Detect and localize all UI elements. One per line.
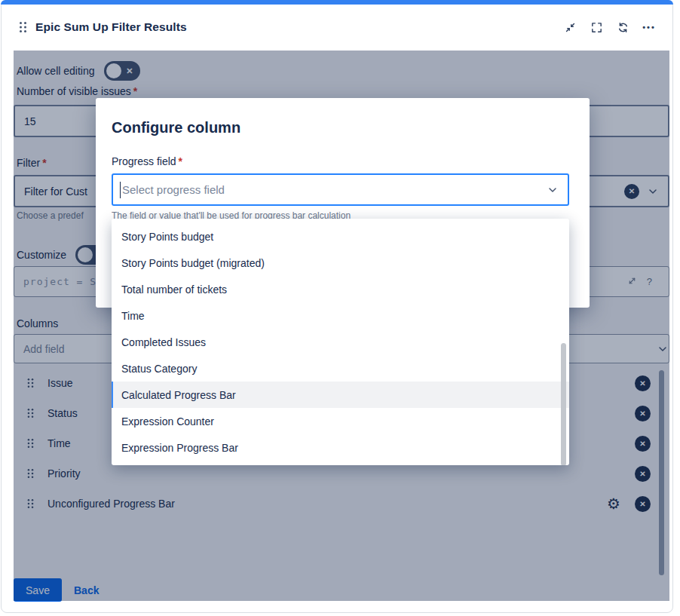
gadget-accent-bar	[1, 0, 673, 5]
dropdown-option[interactable]: Status Category	[112, 355, 569, 382]
gadget-header: Epic Sum Up Filter Results •••	[2, 5, 672, 49]
dropdown-option-focused[interactable]: Calculated Progress Bar	[112, 382, 569, 408]
dropdown-option[interactable]: Completed Issues	[112, 329, 569, 355]
chevron-down-icon[interactable]	[547, 184, 559, 196]
dropdown-option[interactable]: Story Points budget	[112, 223, 569, 250]
more-icon[interactable]: •••	[641, 19, 657, 35]
gadget-title: Epic Sum Up Filter Results	[35, 20, 187, 34]
collapse-icon[interactable]	[562, 19, 578, 35]
dropdown-scrollbar[interactable]	[561, 343, 566, 465]
dropdown-option[interactable]: Expression Counter	[112, 408, 569, 434]
gadget-header-actions: •••	[562, 19, 657, 35]
progress-field-label: Progress field*	[112, 155, 182, 167]
modal-title: Configure column	[112, 119, 240, 136]
fullscreen-icon[interactable]	[588, 19, 605, 35]
progress-field-placeholder: Select progress field	[121, 183, 225, 196]
dropdown-option[interactable]: Time	[112, 302, 569, 329]
dropdown-option[interactable]: Story Points budget (migrated)	[112, 250, 569, 276]
drag-handle-icon[interactable]	[20, 22, 26, 32]
progress-field-select[interactable]: Select progress field	[112, 173, 569, 206]
progress-field-options-dropdown: Story Points budget Story Points budget …	[112, 219, 569, 465]
dropdown-option[interactable]: Total number of tickets	[112, 276, 569, 302]
required-asterisk: *	[179, 155, 182, 167]
refresh-icon[interactable]	[614, 19, 631, 35]
dropdown-option[interactable]: Expression Progress Bar	[112, 434, 569, 461]
